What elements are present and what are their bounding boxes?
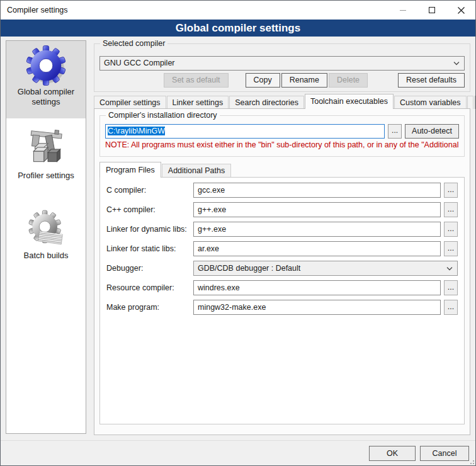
- resource-compiler-input[interactable]: windres.exe: [193, 280, 441, 295]
- sidebar-item-global-compiler-settings[interactable]: Global compiler settings: [6, 41, 86, 118]
- debugger-select-value: GDB/CDB debugger : Default: [198, 264, 300, 273]
- c-compiler-browse-button[interactable]: ...: [444, 183, 458, 198]
- field-label: Debugger:: [106, 264, 193, 273]
- form-row-dynamic-linker: Linker for dynamic libs: g++.exe ...: [106, 222, 458, 237]
- selected-compiler-legend: Selected compiler: [100, 39, 167, 48]
- form-row-make-program: Make program: mingw32-make.exe ...: [106, 300, 458, 315]
- cpp-compiler-browse-button[interactable]: ...: [444, 202, 458, 217]
- maximize-icon: [429, 7, 435, 13]
- sidebar-item-label: Profiler settings: [6, 169, 86, 185]
- form-row-static-linker: Linker for static libs: ar.exe ...: [106, 241, 458, 256]
- auto-detect-button[interactable]: Auto-detect: [405, 124, 459, 139]
- subtab-program-files[interactable]: Program Files: [99, 162, 161, 178]
- profiler-caliper-icon: [25, 128, 67, 169]
- debugger-select[interactable]: GDB/CDB debugger : Default: [193, 261, 458, 276]
- installation-directory-group: Compiler's installation directory C:\ray…: [99, 115, 465, 157]
- field-label: Resource compiler:: [106, 283, 193, 292]
- copy-button[interactable]: Copy: [246, 73, 280, 88]
- compiler-select[interactable]: GNU GCC Compiler: [99, 56, 465, 71]
- note-text: NOTE: All programs must exist either in …: [105, 140, 459, 149]
- field-label: C compiler:: [106, 186, 193, 195]
- cpp-compiler-input[interactable]: g++.exe: [193, 202, 441, 217]
- window-title: Compiler settings: [7, 6, 68, 14]
- settings-sidebar: Global compiler settings Profiler settin…: [6, 40, 86, 434]
- tab-toolchain-executables[interactable]: Toolchain executables: [305, 94, 394, 109]
- sidebar-item-label: Global compiler settings: [6, 86, 86, 111]
- form-row-c-compiler: C compiler: gcc.exe ...: [106, 183, 458, 198]
- minimize-icon: [400, 10, 406, 11]
- program-files-panel: C compiler: gcc.exe ... C++ compiler: g+…: [99, 177, 465, 424]
- static-linker-input[interactable]: ar.exe: [193, 241, 441, 256]
- selected-path-text: C:\raylib\MinGW: [108, 127, 165, 135]
- field-label: Linker for dynamic libs:: [106, 225, 193, 234]
- reset-defaults-button[interactable]: Reset defaults: [398, 73, 465, 88]
- compiler-settings-dialog: Compiler settings Global compiler settin…: [0, 0, 476, 466]
- form-row-resource-compiler: Resource compiler: windres.exe ...: [106, 280, 458, 295]
- form-row-debugger: Debugger: GDB/CDB debugger : Default: [106, 261, 458, 276]
- browse-directory-button[interactable]: ...: [388, 124, 402, 139]
- sidebar-item-profiler-settings[interactable]: Profiler settings: [6, 125, 86, 185]
- chevron-down-icon: [453, 62, 460, 65]
- compiler-select-value: GNU GCC Compiler: [104, 59, 175, 67]
- tab-compiler-settings[interactable]: Compiler settings: [94, 96, 166, 109]
- compiler-buttons-row: Set as default Copy Rename Delete Reset …: [164, 73, 465, 88]
- static-linker-browse-button[interactable]: ...: [444, 241, 458, 256]
- close-button[interactable]: [446, 1, 475, 20]
- sidebar-item-label: Batch builds: [6, 249, 86, 264]
- field-label: Make program:: [106, 303, 193, 312]
- blue-gear-icon: [25, 44, 67, 86]
- set-as-default-button: Set as default: [164, 73, 228, 88]
- sidebar-item-batch-builds[interactable]: Batch builds: [6, 205, 86, 264]
- titlebar: Compiler settings: [1, 1, 475, 20]
- dialog-header-title: Global compiler settings: [176, 22, 300, 35]
- rename-button[interactable]: Rename: [281, 73, 327, 88]
- toolchain-executables-panel: Compiler's installation directory C:\ray…: [94, 108, 470, 435]
- tab-search-directories[interactable]: Search directories: [229, 96, 304, 109]
- resource-compiler-browse-button[interactable]: ...: [444, 280, 458, 295]
- installation-directory-legend: Compiler's installation directory: [106, 111, 220, 120]
- maximize-button[interactable]: [417, 1, 446, 20]
- dynamic-linker-input[interactable]: g++.exe: [193, 222, 441, 237]
- selected-compiler-group: Selected compiler GNU GCC Compiler Set a…: [94, 43, 470, 92]
- tab-build-options[interactable]: Build: [467, 96, 473, 109]
- tab-scroll-arrows: [474, 96, 476, 109]
- field-label: C++ compiler:: [106, 205, 193, 214]
- resize-grip[interactable]: [468, 458, 474, 464]
- compiler-tabstrip: Compiler settings Linker settings Search…: [94, 94, 470, 109]
- batch-builds-gear-icon: [25, 208, 67, 249]
- close-icon: [458, 7, 465, 14]
- dialog-header: Global compiler settings: [1, 20, 475, 37]
- installation-directory-input[interactable]: C:\raylib\MinGW: [105, 124, 385, 139]
- ok-button[interactable]: OK: [369, 446, 416, 461]
- form-row-cpp-compiler: C++ compiler: g++.exe ...: [106, 202, 458, 217]
- c-compiler-input[interactable]: gcc.exe: [193, 183, 441, 198]
- delete-button: Delete: [329, 73, 368, 88]
- make-program-browse-button[interactable]: ...: [444, 300, 458, 315]
- subtab-additional-paths[interactable]: Additional Paths: [162, 164, 231, 178]
- programs-subtabstrip: Program Files Additional Paths: [99, 162, 232, 178]
- field-label: Linker for static libs:: [106, 244, 193, 253]
- footer-divider: [1, 440, 475, 441]
- cancel-button[interactable]: Cancel: [420, 446, 469, 461]
- dynamic-linker-browse-button[interactable]: ...: [444, 222, 458, 237]
- minimize-button[interactable]: [388, 1, 417, 20]
- tab-custom-variables[interactable]: Custom variables: [394, 96, 467, 109]
- chevron-down-icon: [446, 267, 453, 271]
- caption-buttons: [388, 1, 475, 20]
- tab-linker-settings[interactable]: Linker settings: [167, 96, 229, 109]
- make-program-input[interactable]: mingw32-make.exe: [193, 300, 441, 315]
